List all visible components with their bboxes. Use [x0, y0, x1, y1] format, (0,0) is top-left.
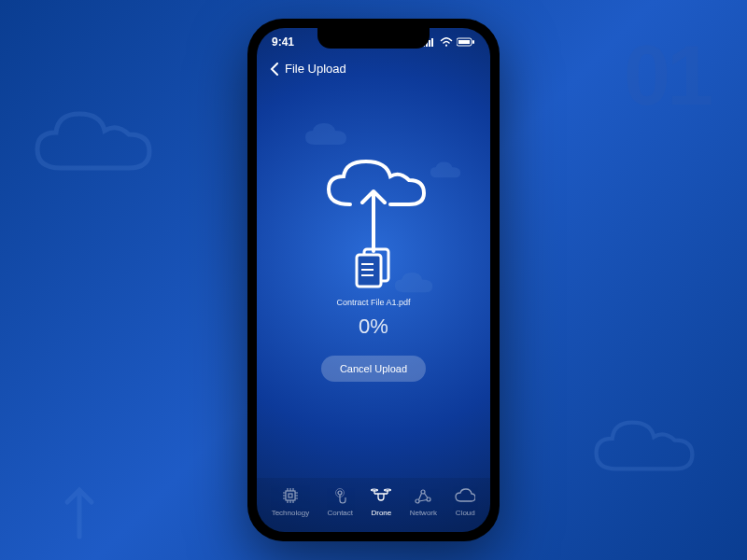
- svg-point-20: [421, 490, 425, 494]
- chip-icon: [280, 485, 301, 506]
- tab-bar: Technology Contact Drone Network Cloud: [257, 478, 490, 532]
- tab-cloud[interactable]: Cloud: [455, 485, 475, 517]
- tab-network[interactable]: Network: [410, 485, 437, 517]
- bg-cloud-icon: [588, 413, 700, 485]
- cancel-upload-button[interactable]: Cancel Upload: [321, 356, 426, 382]
- back-icon[interactable]: [270, 63, 279, 76]
- svg-rect-3: [431, 38, 433, 47]
- bg-cloud-icon: [28, 103, 159, 187]
- svg-rect-7: [472, 40, 474, 44]
- tab-label: Cloud: [456, 509, 475, 517]
- svg-point-15: [338, 491, 342, 495]
- phone-frame: 9:41 File Upload: [247, 19, 500, 541]
- network-icon: [413, 485, 433, 506]
- tab-label: Contact: [327, 509, 353, 517]
- upload-progress: 0%: [359, 315, 388, 339]
- touch-icon: [330, 485, 350, 506]
- svg-rect-2: [429, 40, 430, 47]
- battery-icon: [457, 37, 475, 47]
- cloud-upload-icon: [317, 158, 430, 288]
- wifi-icon: [440, 37, 453, 47]
- svg-rect-13: [286, 491, 295, 500]
- svg-point-4: [445, 45, 447, 47]
- notch: [317, 28, 430, 49]
- page-title: File Upload: [285, 62, 346, 76]
- tab-technology[interactable]: Technology: [272, 485, 309, 517]
- tab-label: Technology: [272, 509, 309, 517]
- tab-drone[interactable]: Drone: [371, 485, 391, 517]
- screen: 9:41 File Upload: [257, 28, 490, 532]
- cloud-icon: [455, 485, 475, 506]
- svg-rect-6: [458, 40, 470, 44]
- status-time: 9:41: [272, 35, 294, 49]
- svg-rect-14: [289, 494, 292, 497]
- tab-label: Drone: [371, 509, 391, 517]
- upload-filename: Contract File A1.pdf: [336, 298, 410, 307]
- svg-point-19: [416, 499, 419, 503]
- cloud-icon: [303, 121, 348, 149]
- tab-label: Network: [410, 509, 437, 517]
- tab-contact[interactable]: Contact: [327, 485, 353, 517]
- bg-arrow-icon: [56, 476, 103, 541]
- page-index: 01: [624, 28, 710, 124]
- header[interactable]: File Upload: [257, 49, 490, 76]
- drone-icon: [371, 485, 391, 506]
